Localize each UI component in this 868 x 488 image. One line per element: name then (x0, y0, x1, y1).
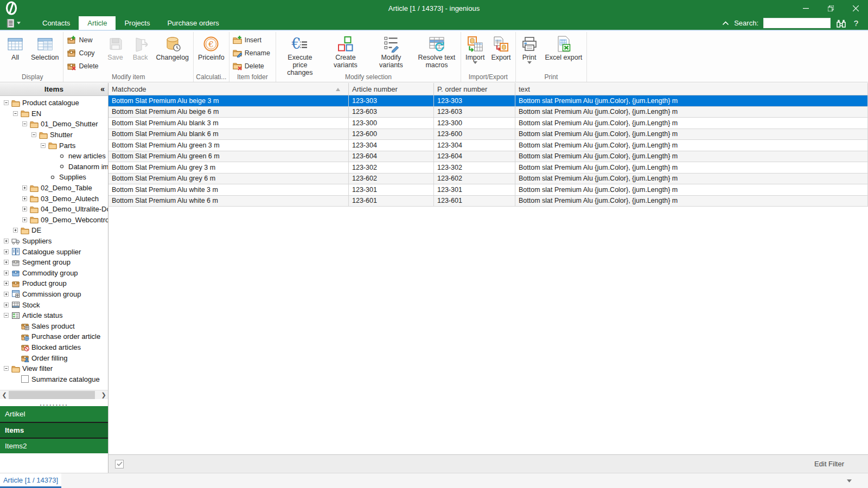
tree-item-01-demo-shutter[interactable]: 01_Demo_Shutter (0, 119, 108, 130)
tree-item-new-articles[interactable]: new articles (0, 151, 108, 162)
sidebar-panel-items2[interactable]: Items2 (0, 438, 108, 453)
table-row[interactable]: Bottom Slat Premium Alu grey 6 m123-6021… (108, 174, 868, 185)
scrollbar-thumb[interactable] (9, 391, 95, 399)
ribbon-delete-button[interactable]: Delete (65, 60, 102, 72)
column-header-p-order-number[interactable]: P. order number (434, 83, 515, 95)
expander-plus-icon[interactable] (3, 270, 9, 276)
chevron-up-icon[interactable] (722, 21, 729, 25)
table-row[interactable]: Bottom Slat Premium Alu white 3 m123-301… (108, 184, 868, 196)
tree-item-supplies[interactable]: Supplies (0, 172, 108, 183)
tree-item-02-demo-table[interactable]: 02_Demo_Table (0, 183, 108, 194)
expander-minus-icon[interactable] (12, 111, 18, 117)
tree-item-article-status[interactable]: Article status (0, 310, 108, 321)
expander-plus-icon[interactable] (3, 280, 9, 286)
ribbon-selection-button[interactable]: Selection (28, 33, 61, 72)
ribbon-modify-variants-button[interactable]: Modify variants (369, 33, 413, 72)
tree-item-suppliers[interactable]: Suppliers (0, 236, 108, 247)
expander-plus-icon[interactable] (3, 302, 9, 308)
ribbon-resolve-text-macros-button[interactable]: Resolve text macros (414, 33, 459, 72)
expander-plus-icon[interactable] (3, 238, 9, 244)
tree-item-view-filter[interactable]: View filter (0, 363, 108, 374)
tree-item-segment-group[interactable]: Segment group (0, 257, 108, 268)
filter-checkbox[interactable] (115, 460, 124, 468)
menu-tab-purchase-orders[interactable]: Purchase orders (158, 16, 227, 30)
tree-item-de[interactable]: DE (0, 225, 108, 236)
menu-tab-projects[interactable]: Projects (116, 16, 158, 30)
tree-item-shutter[interactable]: Shutter (0, 130, 108, 140)
table-row[interactable]: Bottom Slat Premium Alu grey 3 m123-3021… (108, 162, 868, 174)
expander-plus-icon[interactable] (22, 206, 28, 212)
ribbon-insert-button[interactable]: Insert (231, 34, 274, 46)
tree-item-04-demo-ultralite-doors[interactable]: 04_Demo_Ultralite-Doors (0, 204, 108, 215)
help-icon[interactable]: ? (852, 18, 860, 29)
column-header-article-number[interactable]: Article number (349, 83, 434, 95)
tree-item-summarize-catalogue[interactable]: Summarize catalogue (0, 374, 108, 384)
chevrons-left-icon[interactable]: « (100, 85, 105, 93)
expander-plus-icon[interactable] (3, 249, 9, 255)
expander-minus-icon[interactable] (3, 100, 9, 106)
window-minimize-button[interactable] (793, 0, 818, 16)
menu-tab-article[interactable]: Article (79, 16, 116, 30)
tree-item-order-filling[interactable]: Order filling (0, 352, 108, 363)
ribbon-import-button[interactable]: Import (463, 33, 487, 72)
ribbon-excel-export-button[interactable]: Excel export (542, 33, 585, 72)
checkbox-icon[interactable] (21, 375, 29, 383)
menu-tab-contacts[interactable]: Contacts (34, 16, 79, 30)
ribbon-export-button[interactable]: Export (488, 33, 513, 72)
ribbon-create-variants-button[interactable]: Create variants (323, 33, 368, 72)
table-row[interactable]: Bottom Slat Premium Alu beige 3 m123-303… (108, 95, 868, 107)
window-close-button[interactable] (843, 0, 868, 16)
ribbon-print-button[interactable]: Print (518, 33, 541, 72)
table-row[interactable]: Bottom Slat Premium Alu green 3 m123-304… (108, 140, 868, 151)
expander-minus-icon[interactable] (31, 132, 37, 138)
tree-item-product-group[interactable]: Product group (0, 278, 108, 289)
expander-plus-icon[interactable] (12, 227, 18, 233)
sidebar-hscrollbar[interactable]: ❮ ❯ (0, 390, 108, 399)
table-row[interactable]: Bottom Slat Premium Alu green 6 m123-604… (108, 151, 868, 163)
ribbon-copy-button[interactable]: Copy (65, 47, 102, 59)
ribbon-rename-button[interactable]: Rename (231, 47, 274, 59)
expander-plus-icon[interactable] (3, 291, 9, 297)
tree-item-en[interactable]: EN (0, 108, 108, 119)
tree-item-03-demo-alutech[interactable]: 03_Demo_Alutech (0, 193, 108, 204)
table-row[interactable]: Bottom Slat Premium Alu blank 6 m123-600… (108, 129, 868, 140)
table-row[interactable]: Bottom Slat Premium Alu white 6 m123-601… (108, 196, 868, 207)
edit-filter-button[interactable]: Edit Filter (814, 460, 844, 468)
tree-item-blocked-articles[interactable]: Blocked articles (0, 342, 108, 353)
expander-minus-icon[interactable] (22, 121, 28, 127)
expander-plus-icon[interactable] (3, 259, 9, 265)
tree-item-sales-product[interactable]: Sales product (0, 320, 108, 331)
ribbon-new-button[interactable]: New (65, 34, 102, 46)
expander-minus-icon[interactable] (40, 143, 46, 149)
app-menu-button[interactable] (0, 16, 24, 30)
tree-item-product-catalogue[interactable]: Product catalogue (0, 98, 108, 108)
expander-minus-icon[interactable] (3, 365, 9, 371)
table-row[interactable]: Bottom Slat Premium Alu blank 3 m123-300… (108, 118, 868, 129)
ribbon-all-button[interactable]: All (3, 33, 27, 72)
tree-item-stock[interactable]: Stock (0, 299, 108, 310)
column-header-matchcode[interactable]: Matchcode (108, 83, 349, 95)
expander-plus-icon[interactable] (22, 185, 28, 191)
expander-plus-icon[interactable] (22, 196, 28, 202)
binoculars-icon[interactable] (835, 18, 847, 29)
sidebar-panel-artikel[interactable]: Artikel (0, 406, 108, 422)
tab-article[interactable]: Article [1 / 14373] (0, 473, 61, 488)
tree-item-datanorm-import[interactable]: Datanorm import (0, 162, 108, 172)
tree-item-commission-group[interactable]: Commission group (0, 289, 108, 300)
tree-item-09-demo-webcontrols[interactable]: 09_Demo_Webcontrols (0, 215, 108, 226)
tree-item-purchase-order-article[interactable]: Purchase order article (0, 331, 108, 342)
caret-down-icon[interactable] (847, 479, 852, 483)
sidebar-panel-items[interactable]: Items (0, 422, 108, 438)
scroll-left-icon[interactable]: ❮ (0, 390, 9, 400)
tree-item-commodity-group[interactable]: Commodity group (0, 268, 108, 279)
scroll-right-icon[interactable]: ❯ (99, 390, 108, 400)
ribbon-execute-price-changes-button[interactable]: €Execute price changes (278, 33, 322, 72)
ribbon-priceinfo-button[interactable]: €Priceinfo (195, 33, 227, 72)
column-header-text[interactable]: text (515, 83, 868, 95)
tree-item-catalogue-supplier[interactable]: Catalogue supplier (0, 246, 108, 257)
panel-splitter-handle[interactable]: ......... (0, 399, 108, 406)
ribbon-changelog-button[interactable]: Changelog (154, 33, 192, 72)
ribbon-delete-button[interactable]: Delete (231, 60, 274, 72)
window-maximize-button[interactable] (818, 0, 843, 16)
tree-item-parts[interactable]: Parts (0, 140, 108, 151)
